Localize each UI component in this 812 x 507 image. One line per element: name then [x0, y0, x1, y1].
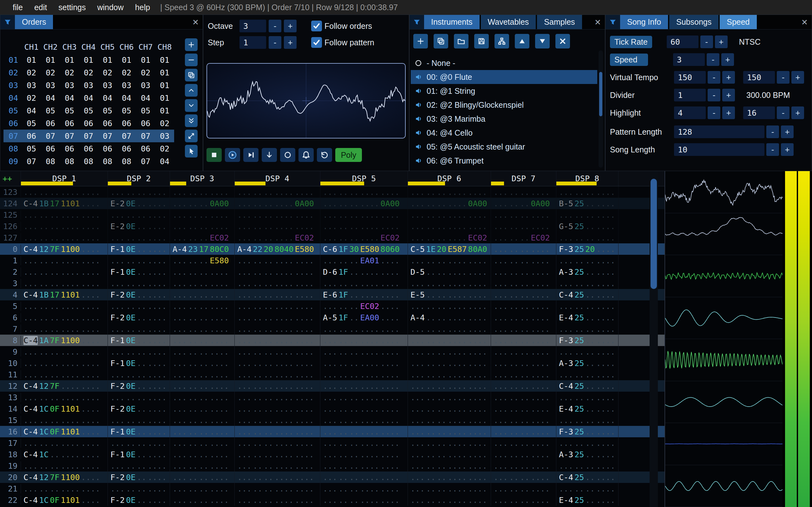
pattern-row[interactable]: 5.......................................… — [0, 300, 664, 312]
decrement-button[interactable]: - — [766, 143, 779, 156]
pattern-cell[interactable]: A-325...... — [556, 449, 618, 460]
pattern-cell[interactable]: ............... — [235, 346, 320, 357]
order-cell[interactable]: 05 — [60, 106, 79, 115]
pattern-cell[interactable]: D-61F.......... — [320, 266, 408, 278]
order-cell[interactable]: 06 — [136, 119, 155, 128]
pattern-cell[interactable]: ........... — [491, 403, 556, 414]
pattern-cell[interactable]: ............... — [21, 437, 108, 449]
pattern-cell[interactable]: F-20E...... — [108, 403, 170, 414]
menu-help[interactable]: help — [130, 3, 156, 12]
instrument-none[interactable]: - None - — [411, 56, 597, 70]
pattern-cell[interactable]: ............... — [320, 471, 408, 483]
pattern-cell[interactable]: ............... — [21, 392, 108, 403]
pattern-cell[interactable]: F-20E...... — [108, 312, 170, 323]
pattern-cell[interactable]: A-422208040E580 — [235, 243, 320, 255]
pattern-cell[interactable]: ........... — [170, 312, 235, 323]
pattern-cell[interactable]: ............... — [21, 312, 108, 323]
window-menu-icon[interactable] — [606, 15, 620, 29]
pattern-row[interactable]: 124C-41B171101....E-20E.............0A00… — [0, 198, 664, 209]
order-cell[interactable]: 03 — [155, 131, 174, 141]
pattern-cell[interactable]: ........... — [491, 437, 556, 449]
decrement-button[interactable]: - — [777, 107, 790, 119]
increment-button[interactable]: + — [792, 107, 804, 119]
pattern-cell[interactable]: F-10E...... — [108, 426, 170, 437]
pattern-row[interactable]: 14C-41C0F1101....F-20E..................… — [0, 403, 664, 414]
pattern-cell[interactable]: ........... — [491, 392, 556, 403]
pattern-cell[interactable]: A-325...... — [556, 266, 618, 278]
order-row-04[interactable]: 040204040404040401 — [3, 92, 174, 104]
order-cell[interactable]: 06 — [98, 119, 117, 128]
pattern-cell[interactable]: ........... — [491, 266, 556, 278]
pattern-cell[interactable]: ........... — [491, 494, 556, 506]
pattern-cell[interactable]: ...........0A00 — [408, 198, 491, 209]
order-cell[interactable]: 02 — [117, 68, 136, 77]
pattern-cell[interactable]: ........... — [108, 369, 170, 380]
order-cell[interactable]: 08 — [79, 157, 98, 166]
pattern-cell[interactable]: ........... — [170, 346, 235, 357]
pattern-cell[interactable]: A-325...... — [556, 357, 618, 369]
pattern-cell[interactable]: ........... — [170, 426, 235, 437]
pattern-cell[interactable]: F-325...... — [556, 426, 618, 437]
pattern-cell[interactable]: ............... — [408, 357, 491, 369]
pattern-row[interactable]: 6...............F-20E...................… — [0, 312, 664, 323]
pattern-cell[interactable]: F-10E...... — [108, 449, 170, 460]
instrument-item[interactable]: 05: @5 Acoustic steel guitar — [411, 140, 597, 154]
pattern-cell[interactable]: ............... — [408, 300, 491, 312]
pattern-cell[interactable]: A-51F..EA00.... — [320, 312, 408, 323]
order-cell[interactable]: 04 — [98, 94, 117, 103]
pattern-cell[interactable]: C-41C0F1101.... — [21, 494, 108, 506]
pattern-cell[interactable]: F-10E...... — [108, 243, 170, 255]
pattern-cell[interactable]: C-425...... — [556, 289, 618, 300]
order-row-06[interactable]: 060506060606060602 — [3, 117, 174, 130]
step-decrement-button[interactable]: - — [269, 36, 281, 49]
pattern-cell[interactable]: ...........0A00 — [235, 198, 320, 209]
pattern-cell[interactable]: F-325...... — [556, 335, 618, 346]
pattern-cell[interactable]: ........... — [170, 323, 235, 335]
instrument-item[interactable]: 00: @0 Flute — [411, 70, 597, 84]
pattern-cell[interactable]: ........... — [491, 346, 556, 357]
pattern-row[interactable]: 19......................................… — [0, 460, 664, 471]
add-instrument-button[interactable] — [413, 34, 428, 49]
order-row-02[interactable]: 020202020202020201 — [3, 66, 174, 79]
pattern-cell[interactable]: ............... — [408, 414, 491, 426]
repeat-pattern-button[interactable] — [317, 148, 332, 162]
instrument-item[interactable]: 02: @2 Blingy/Glockenspiel — [411, 98, 597, 112]
stop-button[interactable] — [206, 148, 222, 162]
pattern-scrollbar[interactable] — [650, 171, 658, 507]
pattern-cell[interactable]: ............... — [320, 483, 408, 494]
pattern-cell[interactable]: ............... — [408, 335, 491, 346]
order-cell[interactable]: 06 — [41, 144, 60, 153]
pattern-cell[interactable]: ............... — [235, 278, 320, 289]
pattern-cell[interactable]: F-20E...... — [108, 471, 170, 483]
order-cell[interactable]: 07 — [79, 131, 98, 141]
pattern-cell[interactable]: ............... — [235, 403, 320, 414]
order-cell[interactable]: 01 — [22, 55, 41, 65]
pattern-cell[interactable]: ............... — [320, 357, 408, 369]
decrement-button[interactable]: - — [777, 71, 790, 83]
pattern-cell[interactable]: ............... — [21, 209, 108, 221]
save-instrument-button[interactable] — [474, 34, 489, 49]
pattern-cell[interactable]: C-425...... — [556, 471, 618, 483]
pattern-cell[interactable]: ............... — [320, 426, 408, 437]
octave-decrement-button[interactable]: - — [269, 20, 281, 32]
pattern-cell[interactable]: ........... — [108, 300, 170, 312]
pattern-cell[interactable]: ............... — [235, 335, 320, 346]
channel-header-4[interactable]: DSP 4 — [235, 171, 320, 186]
pattern-cell[interactable]: ............... — [235, 323, 320, 335]
pattern-cell[interactable]: C-425...... — [556, 380, 618, 392]
pattern-cell[interactable]: ............... — [320, 437, 408, 449]
order-cell[interactable]: 05 — [98, 106, 117, 115]
pattern-cell[interactable]: C-41A7F1100.... — [21, 335, 108, 346]
menu-settings[interactable]: settings — [53, 3, 91, 12]
pattern-cell[interactable]: ........... — [491, 243, 556, 255]
order-cell[interactable]: 05 — [22, 119, 41, 128]
pattern-cell[interactable]: ........... — [556, 232, 618, 243]
pattern-cell[interactable]: ........... — [170, 289, 235, 300]
highlight-first-input[interactable]: 4 — [674, 107, 706, 119]
pattern-cell[interactable]: ........... — [556, 392, 618, 403]
pattern-cell[interactable]: ........... — [491, 414, 556, 426]
remove-order-button[interactable] — [185, 54, 198, 66]
order-cell[interactable]: 06 — [98, 144, 117, 153]
pattern-cell[interactable]: ............... — [21, 369, 108, 380]
pattern-cell[interactable]: ........... — [170, 221, 235, 232]
